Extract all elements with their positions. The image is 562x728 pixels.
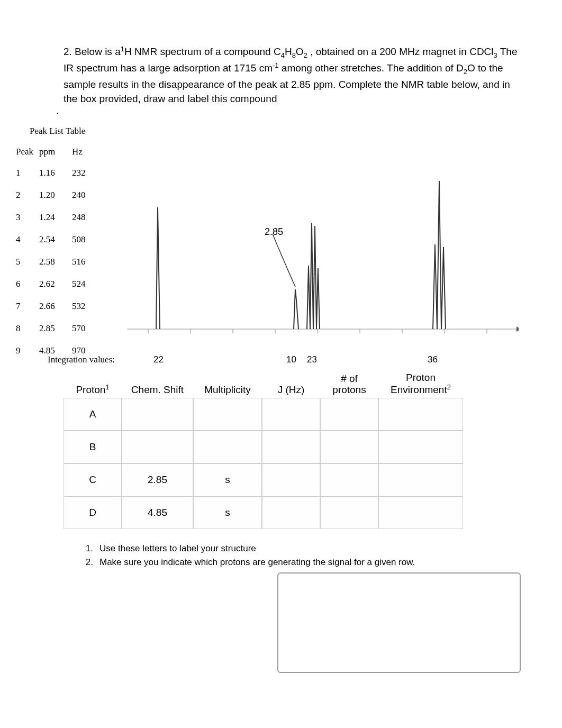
cell: 524 (72, 279, 104, 289)
table-row: D 4.85 s (64, 496, 463, 529)
integration-v3: 23 (307, 354, 317, 365)
table-row: 31.24248 (13, 206, 104, 229)
note-num: 1. (85, 542, 99, 556)
integration-v4: 36 (428, 354, 438, 365)
cell-j[interactable] (262, 431, 320, 463)
integration-v1: 22 (153, 354, 164, 365)
cell-proton: A (64, 398, 122, 431)
cell-proton: B (64, 431, 122, 463)
table-row: 82.85570 (13, 317, 104, 340)
cell: 5 (13, 257, 39, 267)
col-header-hz: Hz (72, 147, 104, 157)
col-header-peak: Peak (13, 147, 39, 157)
integration-label: Integration values: (48, 354, 115, 365)
cell: 516 (72, 257, 104, 267)
cell: 1.16 (39, 168, 72, 178)
q-sup: 1 (121, 45, 124, 53)
formula: C4H8O2 (274, 46, 307, 57)
q-sub: 3 (494, 51, 497, 59)
cell-env[interactable] (378, 398, 463, 431)
note-text: Use these letters to label your structur… (99, 542, 256, 556)
formula-c: C (274, 46, 281, 57)
formula-h: H (285, 46, 292, 57)
cell-mult[interactable] (193, 431, 262, 463)
q-text: box provided, draw and label this compou… (80, 93, 277, 104)
col-header-mult: Multiplicity (193, 385, 262, 396)
cell-mult[interactable]: s (193, 496, 262, 529)
footnotes: 1. Use these letters to label your struc… (85, 542, 415, 569)
cell-nprot[interactable] (320, 431, 378, 463)
q-text: O to the (467, 62, 503, 74)
note-num: 2. (85, 556, 99, 569)
cell: 1.20 (39, 190, 72, 201)
analysis-table: Proton1 Chem. Shift Multiplicity J (Hz) … (64, 370, 463, 529)
cell: 1 (13, 168, 39, 178)
q-text: , obtained on a 200 MHz magnet in CDCl (307, 46, 494, 57)
q-sup: -1 (273, 61, 279, 69)
peak-list-table: Peak ppm Hz 11.16232 21.20240 31.24248 4… (13, 142, 104, 362)
cell-env[interactable] (378, 496, 463, 529)
cell-mult[interactable] (193, 398, 262, 431)
formula-sub: 2 (304, 51, 307, 59)
cell-shift[interactable] (122, 398, 193, 431)
nmr-spectrum (127, 170, 519, 349)
cell: 2 (13, 190, 39, 201)
cell: 4 (13, 234, 39, 245)
cell-nprot[interactable] (320, 463, 378, 496)
spectrum-svg (127, 170, 519, 349)
cell: 240 (72, 190, 104, 201)
col-header-nprot: # ofprotons (320, 374, 378, 396)
cell: 7 (13, 301, 39, 312)
cell: 1.24 (39, 212, 72, 223)
cell: 9 (13, 345, 39, 356)
note-text: Make sure you indicate which protons are… (99, 556, 415, 569)
formula-o: O (296, 46, 304, 57)
cell-shift[interactable]: 2.85 (122, 463, 193, 496)
cell: 2.85 (39, 323, 72, 334)
cell-shift[interactable] (122, 431, 193, 463)
cell-nprot[interactable] (320, 496, 378, 529)
table-row: A (64, 398, 463, 431)
cell: 8 (13, 323, 39, 334)
cell-j[interactable] (262, 463, 320, 496)
cell-nprot[interactable] (320, 398, 378, 431)
cell: 2.62 (39, 279, 72, 289)
col-header-env: ProtonEnvironment2 (378, 372, 463, 396)
cell: 570 (72, 323, 104, 334)
q-text: H NMR spectrum of a compound (124, 46, 271, 57)
col-header-shift: Chem. Shift (122, 385, 193, 396)
cell: 532 (72, 301, 104, 312)
table-row: C 2.85 s (64, 463, 463, 496)
cell: 2.54 (39, 234, 72, 245)
cell-env[interactable] (378, 431, 463, 463)
cell-env[interactable] (378, 463, 463, 496)
cell-shift[interactable]: 4.85 (122, 496, 193, 529)
q-sub: 2 (464, 68, 467, 76)
cell-j[interactable] (262, 496, 320, 529)
table-row: 72.66532 (13, 295, 104, 317)
q-text: 2. Below is a (64, 46, 121, 57)
cell: 232 (72, 168, 104, 178)
cell: 6 (13, 279, 39, 289)
footnote-2: 2. Make sure you indicate which protons … (85, 556, 415, 569)
formula-sub: 8 (292, 51, 296, 59)
table-row: 11.16232 (13, 162, 104, 184)
integration-v2: 10 (286, 354, 296, 365)
peak-table-title: Peak List Table (30, 126, 85, 136)
table-row: B (64, 431, 463, 463)
cell: 248 (72, 212, 104, 223)
cell-mult[interactable]: s (193, 463, 262, 496)
table-row: 21.20240 (13, 184, 104, 206)
svg-marker-10 (516, 326, 519, 332)
answer-drawing-box[interactable] (277, 572, 521, 673)
spectrum-annotation: 2.85 (265, 226, 283, 238)
cell-proton: D (64, 496, 122, 529)
col-header-j: J (Hz) (262, 385, 320, 396)
period: . (56, 105, 59, 116)
peak-table-header: Peak ppm Hz (13, 142, 104, 162)
footnote-1: 1. Use these letters to label your struc… (85, 542, 415, 556)
analysis-header-row: Proton1 Chem. Shift Multiplicity J (Hz) … (64, 370, 463, 398)
cell-j[interactable] (262, 398, 320, 431)
cell: 508 (72, 234, 104, 245)
cell: 2.58 (39, 257, 72, 267)
